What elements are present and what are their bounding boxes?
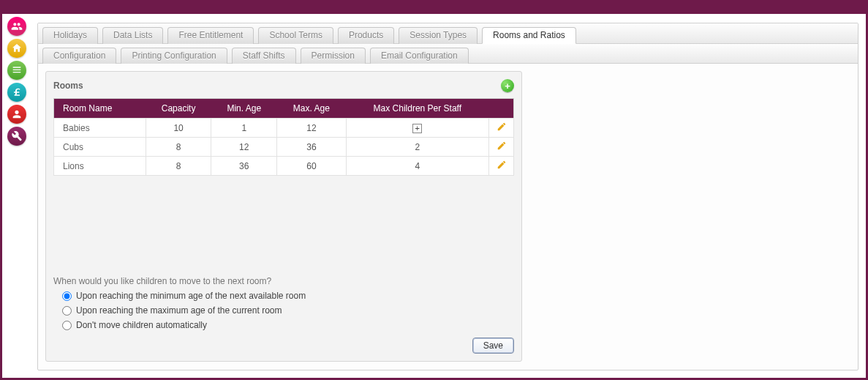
tab-printing-configuration[interactable]: Printing Configuration [121, 48, 227, 64]
cell-max-age: 12 [277, 119, 346, 138]
col-capacity: Capacity [146, 99, 211, 119]
tab-school-terms[interactable]: School Terms [258, 27, 333, 44]
table-row: Lions836604 [54, 157, 514, 176]
cell-capacity: 8 [146, 157, 211, 176]
cell-capacity: 8 [146, 138, 211, 157]
cell-room-name: Babies [54, 119, 146, 138]
secondary-tabs: Configuration Printing Configuration Sta… [38, 44, 858, 64]
col-actions [489, 99, 514, 119]
person-icon[interactable] [7, 105, 26, 124]
edit-icon[interactable] [497, 122, 507, 132]
tab-holidays[interactable]: Holidays [42, 27, 98, 44]
panel-title: Rooms [53, 81, 83, 91]
wrench-icon[interactable] [7, 127, 26, 146]
col-min-age: Min. Age [211, 99, 277, 119]
tab-products[interactable]: Products [338, 27, 394, 44]
pound-icon[interactable] [7, 83, 26, 102]
home-icon[interactable] [7, 39, 26, 58]
cell-max-age: 60 [277, 157, 346, 176]
cell-ratio: 4 [415, 161, 420, 171]
tab-data-lists[interactable]: Data Lists [102, 27, 163, 44]
tab-permission[interactable]: Permission [301, 48, 366, 64]
expand-ratio-icon[interactable]: + [412, 124, 422, 133]
rooms-panel: Rooms + Room Name Capacity Min. Age Max.… [45, 71, 522, 362]
radio-min-age[interactable] [62, 291, 72, 301]
cell-capacity: 10 [146, 119, 211, 138]
tab-session-types[interactable]: Session Types [399, 27, 478, 44]
cell-min-age: 12 [211, 138, 277, 157]
tab-free-entitlement[interactable]: Free Entitlement [167, 27, 254, 44]
option-dont-move[interactable]: Don't move children automatically [62, 320, 514, 330]
list-icon[interactable] [7, 61, 26, 80]
cell-max-age: 36 [277, 138, 346, 157]
cell-min-age: 36 [211, 157, 277, 176]
option-max-age-label: Upon reaching the maximum age of the cur… [76, 305, 282, 316]
cell-min-age: 1 [211, 119, 277, 138]
tab-staff-shifts[interactable]: Staff Shifts [232, 48, 296, 64]
col-max-children-per-staff: Max Children Per Staff [346, 99, 488, 119]
edit-icon[interactable] [497, 141, 507, 151]
col-max-age: Max. Age [277, 99, 346, 119]
main: Holidays Data Lists Free Entitlement Sch… [31, 14, 866, 378]
app-frame: Holidays Data Lists Free Entitlement Sch… [0, 0, 868, 380]
people-icon[interactable] [7, 17, 26, 36]
move-question-label: When would you like children to move to … [53, 276, 514, 286]
titlebar [2, 2, 866, 14]
cell-room-name: Lions [54, 157, 146, 176]
radio-dont-move[interactable] [62, 321, 72, 330]
save-button[interactable]: Save [472, 338, 514, 354]
tab-configuration[interactable]: Configuration [42, 48, 116, 64]
primary-tabs: Holidays Data Lists Free Entitlement Sch… [38, 23, 858, 44]
radio-max-age[interactable] [62, 306, 72, 316]
option-dont-move-label: Don't move children automatically [76, 320, 207, 330]
option-min-age-label: Upon reaching the minimum age of the nex… [76, 291, 306, 301]
rooms-table: Room Name Capacity Min. Age Max. Age Max… [53, 98, 514, 176]
table-row: Babies10112+ [54, 119, 514, 138]
cell-room-name: Cubs [54, 138, 146, 157]
table-row: Cubs812362 [54, 138, 514, 157]
option-max-age[interactable]: Upon reaching the maximum age of the cur… [62, 305, 514, 316]
edit-icon[interactable] [497, 160, 507, 170]
sidebar [2, 14, 31, 378]
cell-ratio: 2 [415, 142, 420, 152]
tab-email-configuration[interactable]: Email Configuration [370, 48, 469, 64]
option-min-age[interactable]: Upon reaching the minimum age of the nex… [62, 291, 514, 301]
tab-rooms-and-ratios[interactable]: Rooms and Ratios [482, 27, 576, 44]
content-card: Holidays Data Lists Free Entitlement Sch… [37, 23, 858, 370]
col-room-name: Room Name [54, 99, 146, 119]
add-room-button[interactable]: + [501, 79, 514, 92]
